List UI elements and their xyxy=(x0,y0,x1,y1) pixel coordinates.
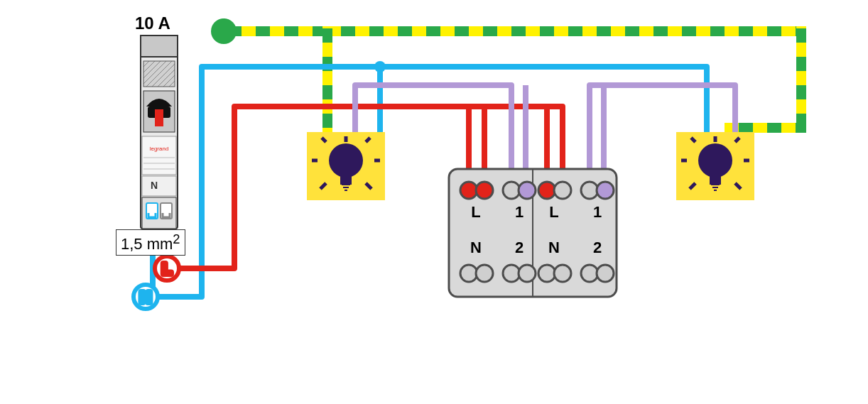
switch-module: L 1 N 2 L 1 N 2 xyxy=(449,169,617,297)
svg-point-45 xyxy=(503,265,520,282)
svg-point-51 xyxy=(538,265,555,282)
svg-rect-6 xyxy=(796,26,806,133)
lamp-2-icon xyxy=(676,132,754,200)
svg-rect-65 xyxy=(142,176,176,196)
switch-right-L: L xyxy=(549,203,558,221)
svg-point-53 xyxy=(581,265,598,282)
cable-section-label: 1,5 mm2 xyxy=(116,229,185,256)
switch-right-N: N xyxy=(548,239,560,256)
circuit-breaker-icon: legrand N xyxy=(141,36,178,229)
svg-point-46 xyxy=(519,265,536,282)
svg-point-48 xyxy=(554,182,571,199)
svg-rect-57 xyxy=(143,61,175,87)
svg-point-52 xyxy=(554,265,571,282)
svg-rect-8 xyxy=(322,26,332,133)
svg-point-43 xyxy=(460,265,477,282)
svg-point-28 xyxy=(698,143,732,178)
node-l-label: L xyxy=(162,260,171,278)
svg-rect-60 xyxy=(155,109,163,126)
switch-left-2: 2 xyxy=(515,239,523,256)
cable-section-exp: 2 xyxy=(173,231,180,246)
switch-left-1: 1 xyxy=(515,203,523,221)
breaker-brand: legrand xyxy=(150,146,169,152)
svg-rect-29 xyxy=(710,175,721,185)
switch-right-2: 2 xyxy=(593,239,602,256)
switch-right-1: 1 xyxy=(593,203,602,221)
svg-point-42 xyxy=(519,182,536,199)
svg-rect-56 xyxy=(141,36,178,57)
svg-point-40 xyxy=(476,182,493,199)
svg-point-47 xyxy=(538,182,555,199)
svg-point-50 xyxy=(597,182,614,199)
switch-left-N: N xyxy=(470,239,482,256)
node-n-label: N xyxy=(140,288,151,306)
svg-point-44 xyxy=(476,265,493,282)
lamp-1-icon xyxy=(307,132,385,200)
svg-point-18 xyxy=(329,143,363,178)
switch-left-L: L xyxy=(471,203,480,221)
cable-section-value: 1,5 mm xyxy=(121,235,173,253)
svg-rect-19 xyxy=(340,175,352,185)
svg-rect-5 xyxy=(224,26,806,36)
svg-point-41 xyxy=(503,182,520,199)
breaker-rating: 10 A xyxy=(135,13,170,33)
svg-point-49 xyxy=(581,182,598,199)
svg-point-39 xyxy=(460,182,477,199)
svg-point-14 xyxy=(374,61,386,72)
svg-point-54 xyxy=(597,265,614,282)
breaker-n-label: N xyxy=(151,180,158,191)
neutral-wire: N xyxy=(134,61,707,309)
